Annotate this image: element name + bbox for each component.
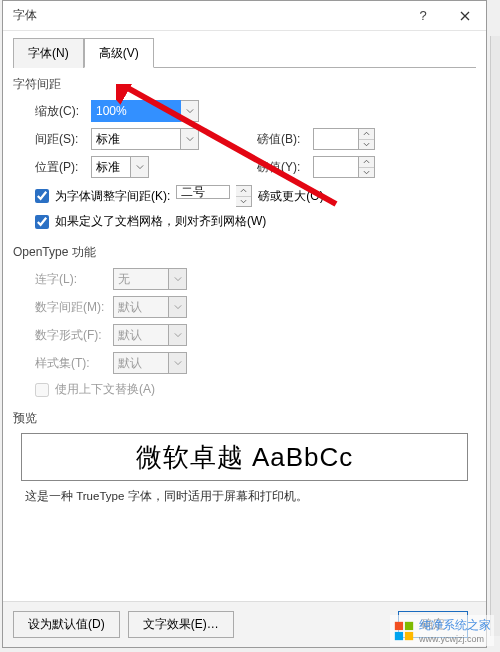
watermark-title: 纯净系统之家 (419, 617, 491, 634)
position-combo[interactable] (91, 156, 149, 178)
numform-label: 数字形式(F): (35, 327, 113, 344)
contextual-checkbox[interactable] (35, 383, 49, 397)
set-default-button[interactable]: 设为默认值(D) (13, 611, 120, 638)
contextual-label: 使用上下文替换(A) (55, 381, 155, 398)
up-icon (236, 186, 251, 197)
ligature-label: 连字(L): (35, 271, 113, 288)
tabs: 字体(N) 高级(V) (13, 37, 476, 68)
numform-combo[interactable] (113, 324, 187, 346)
dialog-title: 字体 (3, 7, 402, 24)
down-icon (359, 140, 374, 150)
scale-combo[interactable] (91, 100, 199, 122)
spacing-combo[interactable] (91, 128, 199, 150)
side-ruler (490, 36, 500, 636)
scale-label: 缩放(C): (35, 103, 91, 120)
numspacing-combo[interactable] (113, 296, 187, 318)
watermark: 纯净系统之家 www.ycwjzj.com (390, 615, 494, 646)
windows-logo-icon (393, 620, 415, 642)
svg-rect-3 (395, 631, 403, 639)
tab-advanced[interactable]: 高级(V) (84, 38, 154, 68)
up-icon (359, 157, 374, 168)
preview-sample: 微软卓越 AaBbCc (136, 440, 354, 475)
svg-rect-2 (405, 621, 413, 629)
points-b-label: 磅值(B): (257, 131, 313, 148)
down-icon (236, 197, 251, 207)
points-b-input[interactable] (313, 128, 359, 150)
svg-rect-1 (395, 621, 403, 629)
close-button[interactable] (444, 1, 486, 31)
spacing-input[interactable] (91, 128, 181, 150)
points-y-input[interactable] (313, 156, 359, 178)
kerning-stepper[interactable] (236, 185, 252, 207)
ligature-input[interactable] (113, 268, 169, 290)
points-b-stepper[interactable] (359, 128, 375, 150)
text-effects-button[interactable]: 文字效果(E)… (128, 611, 234, 638)
chevron-down-icon[interactable] (169, 324, 187, 346)
down-icon (359, 168, 374, 178)
chevron-down-icon[interactable] (131, 156, 149, 178)
snap-grid-label: 如果定义了文档网格，则对齐到网格(W) (55, 213, 266, 230)
contextual-row: 使用上下文替换(A) (35, 381, 476, 398)
chevron-down-icon[interactable] (181, 128, 199, 150)
snap-grid-checkbox[interactable] (35, 215, 49, 229)
kerning-input[interactable] (176, 185, 230, 199)
points-y-stepper[interactable] (359, 156, 375, 178)
numform-input[interactable] (113, 324, 169, 346)
styleset-label: 样式集(T): (35, 355, 113, 372)
section-preview: 预览 (13, 410, 476, 427)
styleset-input[interactable] (113, 352, 169, 374)
watermark-url: www.ycwjzj.com (419, 634, 491, 644)
kerning-checkbox-row: 为字体调整字间距(K): 磅或更大(O) (35, 185, 476, 207)
chevron-down-icon[interactable] (169, 296, 187, 318)
points-y-spinner[interactable] (313, 156, 375, 178)
svg-rect-4 (405, 631, 413, 639)
preview-caption: 这是一种 TrueType 字体，同时适用于屏幕和打印机。 (25, 489, 476, 504)
styleset-combo[interactable] (113, 352, 187, 374)
kerning-label: 为字体调整字间距(K): (55, 188, 170, 205)
position-input[interactable] (91, 156, 131, 178)
points-y-label: 磅值(Y): (257, 159, 313, 176)
titlebar: 字体 ? (3, 1, 486, 31)
section-char-spacing: 字符间距 (13, 76, 476, 93)
kerning-suffix: 磅或更大(O) (258, 188, 323, 205)
section-opentype: OpenType 功能 (13, 244, 476, 261)
ligature-combo[interactable] (113, 268, 187, 290)
position-label: 位置(P): (35, 159, 91, 176)
chevron-down-icon[interactable] (169, 352, 187, 374)
numspacing-label: 数字间距(M): (35, 299, 113, 316)
tab-font[interactable]: 字体(N) (13, 38, 84, 68)
preview-box: 微软卓越 AaBbCc (21, 433, 468, 481)
kerning-spinner[interactable] (176, 185, 252, 207)
help-button[interactable]: ? (402, 1, 444, 31)
spacing-label: 间距(S): (35, 131, 91, 148)
snap-grid-row: 如果定义了文档网格，则对齐到网格(W) (35, 213, 476, 230)
kerning-checkbox[interactable] (35, 189, 49, 203)
scale-input[interactable] (91, 100, 181, 122)
chevron-down-icon[interactable] (169, 268, 187, 290)
up-icon (359, 129, 374, 140)
points-b-spinner[interactable] (313, 128, 375, 150)
numspacing-input[interactable] (113, 296, 169, 318)
chevron-down-icon[interactable] (181, 100, 199, 122)
